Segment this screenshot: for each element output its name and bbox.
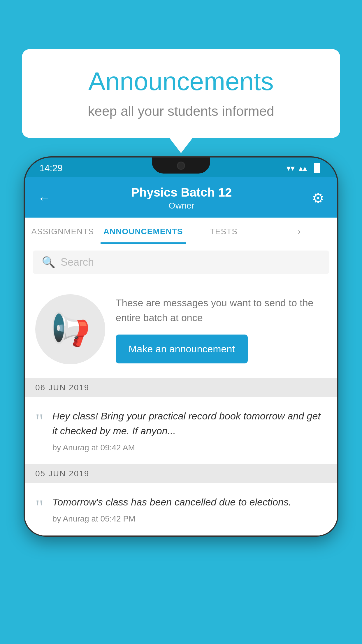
front-camera — [177, 162, 185, 170]
battery-icon: ▐▌ — [311, 163, 323, 173]
announcement-meta-1: by Anurag at 09:42 AM — [52, 443, 327, 452]
header-title-group: Physics Batch 12 Owner — [131, 186, 232, 211]
tab-assignments[interactable]: ASSIGNMENTS — [25, 218, 101, 244]
search-container: 🔍 Search — [25, 244, 337, 280]
tab-more[interactable]: › — [261, 218, 337, 244]
date-separator-1: 06 JUN 2019 — [25, 378, 337, 397]
megaphone-circle: 📢 — [35, 294, 105, 364]
bubble-subtitle: keep all your students informed — [45, 103, 317, 119]
megaphone-icon: 📢 — [50, 311, 90, 348]
bubble-title: Announcements — [45, 66, 317, 96]
signal-icon: ▴▴ — [299, 163, 307, 173]
search-bar[interactable]: 🔍 Search — [33, 251, 329, 274]
wifi-icon: ▾▾ — [287, 163, 295, 173]
announcement-body-2: Tomorrow's class has been cancelled due … — [52, 495, 327, 510]
app-content: 🔍 Search 📢 These are messages you want t… — [25, 244, 337, 536]
phone-notch — [152, 158, 210, 174]
back-button[interactable]: ← — [38, 190, 51, 206]
speech-bubble-section: Announcements keep all your students inf… — [22, 49, 340, 138]
tab-announcements[interactable]: ANNOUNCEMENTS — [101, 218, 186, 244]
quote-icon-2: " — [35, 497, 44, 517]
status-icons: ▾▾ ▴▴ ▐▌ — [287, 163, 323, 173]
app-header: ← Physics Batch 12 Owner ⚙ — [25, 177, 337, 218]
date-separator-2: 05 JUN 2019 — [25, 464, 337, 483]
status-time: 14:29 — [39, 163, 63, 174]
announcement-body-1: Hey class! Bring your practical record b… — [52, 409, 327, 438]
placeholder-description: These are messages you want to send to t… — [116, 295, 327, 325]
phone-mockup: 14:29 ▾▾ ▴▴ ▐▌ ← Physics Batch 12 Owner … — [25, 158, 337, 644]
quote-icon-1: " — [35, 411, 44, 431]
announcement-text-group-1: Hey class! Bring your practical record b… — [52, 409, 327, 452]
announcement-item-1[interactable]: " Hey class! Bring your practical record… — [25, 397, 337, 464]
settings-icon[interactable]: ⚙ — [312, 190, 324, 206]
make-announcement-button[interactable]: Make an announcement — [116, 335, 248, 363]
phone-frame: 14:29 ▾▾ ▴▴ ▐▌ ← Physics Batch 12 Owner … — [25, 158, 337, 536]
speech-bubble-card: Announcements keep all your students inf… — [22, 49, 340, 138]
batch-title: Physics Batch 12 — [131, 186, 232, 200]
placeholder-right: These are messages you want to send to t… — [116, 295, 327, 363]
search-icon: 🔍 — [42, 256, 55, 269]
announcement-text-group-2: Tomorrow's class has been cancelled due … — [52, 495, 327, 524]
tabs-bar: ASSIGNMENTS ANNOUNCEMENTS TESTS › — [25, 218, 337, 244]
tab-tests[interactable]: TESTS — [186, 218, 262, 244]
announcement-placeholder: 📢 These are messages you want to send to… — [25, 280, 337, 378]
owner-label: Owner — [131, 201, 232, 211]
search-placeholder: Search — [61, 256, 94, 268]
announcement-item-2[interactable]: " Tomorrow's class has been cancelled du… — [25, 483, 337, 536]
announcement-meta-2: by Anurag at 05:42 PM — [52, 514, 327, 524]
